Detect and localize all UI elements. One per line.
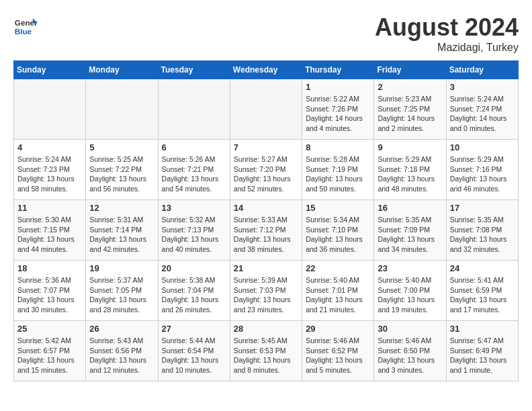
day-number: 23 bbox=[378, 263, 442, 273]
day-number: 1 bbox=[306, 82, 370, 92]
day-number: 24 bbox=[450, 263, 515, 273]
weekday-header-saturday: Saturday bbox=[446, 61, 518, 79]
calendar-cell: 10Sunrise: 5:29 AM Sunset: 7:16 PM Dayli… bbox=[446, 140, 518, 200]
day-info: Sunrise: 5:29 AM Sunset: 7:18 PM Dayligh… bbox=[378, 154, 442, 194]
page-header: General Blue August 2024 Mazidagi, Turke… bbox=[13, 13, 519, 54]
calendar-cell: 9Sunrise: 5:29 AM Sunset: 7:18 PM Daylig… bbox=[374, 140, 446, 200]
day-number: 14 bbox=[234, 203, 298, 213]
day-info: Sunrise: 5:43 AM Sunset: 6:56 PM Dayligh… bbox=[89, 336, 154, 375]
day-number: 30 bbox=[378, 324, 442, 334]
day-number: 3 bbox=[450, 82, 515, 92]
calendar-week-row: 18Sunrise: 5:36 AM Sunset: 7:07 PM Dayli… bbox=[14, 261, 519, 321]
day-number: 18 bbox=[17, 263, 82, 273]
calendar-cell: 1Sunrise: 5:22 AM Sunset: 7:26 PM Daylig… bbox=[302, 79, 374, 140]
calendar-cell: 27Sunrise: 5:44 AM Sunset: 6:54 PM Dayli… bbox=[158, 321, 230, 381]
calendar-cell: 17Sunrise: 5:35 AM Sunset: 7:08 PM Dayli… bbox=[446, 200, 518, 261]
day-info: Sunrise: 5:40 AM Sunset: 7:01 PM Dayligh… bbox=[306, 275, 370, 315]
day-number: 17 bbox=[450, 203, 515, 213]
day-info: Sunrise: 5:31 AM Sunset: 7:14 PM Dayligh… bbox=[89, 215, 154, 255]
calendar-cell bbox=[230, 79, 302, 140]
day-info: Sunrise: 5:24 AM Sunset: 7:23 PM Dayligh… bbox=[17, 154, 82, 194]
day-info: Sunrise: 5:45 AM Sunset: 6:53 PM Dayligh… bbox=[234, 336, 298, 375]
day-number: 31 bbox=[450, 324, 515, 334]
month-title: August 2024 bbox=[375, 13, 519, 42]
day-number: 4 bbox=[17, 142, 82, 152]
calendar-week-row: 4Sunrise: 5:24 AM Sunset: 7:23 PM Daylig… bbox=[14, 140, 519, 200]
calendar-cell: 4Sunrise: 5:24 AM Sunset: 7:23 PM Daylig… bbox=[14, 140, 86, 200]
day-info: Sunrise: 5:41 AM Sunset: 6:59 PM Dayligh… bbox=[450, 275, 515, 315]
calendar-cell: 5Sunrise: 5:25 AM Sunset: 7:22 PM Daylig… bbox=[86, 140, 158, 200]
day-info: Sunrise: 5:30 AM Sunset: 7:15 PM Dayligh… bbox=[17, 215, 82, 255]
calendar-cell: 23Sunrise: 5:40 AM Sunset: 7:00 PM Dayli… bbox=[374, 261, 446, 321]
calendar-cell: 8Sunrise: 5:28 AM Sunset: 7:19 PM Daylig… bbox=[302, 140, 374, 200]
calendar-cell: 31Sunrise: 5:47 AM Sunset: 6:49 PM Dayli… bbox=[446, 321, 518, 381]
calendar-cell: 3Sunrise: 5:24 AM Sunset: 7:24 PM Daylig… bbox=[446, 79, 518, 140]
calendar-week-row: 25Sunrise: 5:42 AM Sunset: 6:57 PM Dayli… bbox=[14, 321, 519, 381]
day-info: Sunrise: 5:47 AM Sunset: 6:49 PM Dayligh… bbox=[450, 336, 515, 375]
calendar-cell: 26Sunrise: 5:43 AM Sunset: 6:56 PM Dayli… bbox=[86, 321, 158, 381]
day-number: 19 bbox=[89, 263, 154, 273]
day-info: Sunrise: 5:33 AM Sunset: 7:12 PM Dayligh… bbox=[234, 215, 298, 255]
weekday-header-wednesday: Wednesday bbox=[230, 61, 302, 79]
calendar-week-row: 11Sunrise: 5:30 AM Sunset: 7:15 PM Dayli… bbox=[14, 200, 519, 261]
day-info: Sunrise: 5:35 AM Sunset: 7:08 PM Dayligh… bbox=[450, 215, 515, 255]
day-number: 22 bbox=[306, 263, 370, 273]
calendar-cell: 29Sunrise: 5:46 AM Sunset: 6:52 PM Dayli… bbox=[302, 321, 374, 381]
calendar-cell bbox=[86, 79, 158, 140]
weekday-header-monday: Monday bbox=[86, 61, 158, 79]
calendar-cell: 24Sunrise: 5:41 AM Sunset: 6:59 PM Dayli… bbox=[446, 261, 518, 321]
day-number: 13 bbox=[162, 203, 226, 213]
day-number: 12 bbox=[89, 203, 154, 213]
calendar-cell: 6Sunrise: 5:26 AM Sunset: 7:21 PM Daylig… bbox=[158, 140, 230, 200]
svg-text:Blue: Blue bbox=[15, 27, 32, 36]
day-info: Sunrise: 5:40 AM Sunset: 7:00 PM Dayligh… bbox=[378, 275, 442, 315]
day-number: 29 bbox=[306, 324, 370, 334]
calendar-cell: 30Sunrise: 5:46 AM Sunset: 6:50 PM Dayli… bbox=[374, 321, 446, 381]
day-info: Sunrise: 5:42 AM Sunset: 6:57 PM Dayligh… bbox=[17, 336, 82, 375]
day-info: Sunrise: 5:35 AM Sunset: 7:09 PM Dayligh… bbox=[378, 215, 442, 255]
day-info: Sunrise: 5:24 AM Sunset: 7:24 PM Dayligh… bbox=[450, 94, 515, 134]
day-number: 5 bbox=[89, 142, 154, 152]
day-info: Sunrise: 5:46 AM Sunset: 6:52 PM Dayligh… bbox=[306, 336, 370, 375]
calendar-cell: 15Sunrise: 5:34 AM Sunset: 7:10 PM Dayli… bbox=[302, 200, 374, 261]
day-number: 21 bbox=[234, 263, 298, 273]
calendar-cell: 7Sunrise: 5:27 AM Sunset: 7:20 PM Daylig… bbox=[230, 140, 302, 200]
day-info: Sunrise: 5:34 AM Sunset: 7:10 PM Dayligh… bbox=[306, 215, 370, 255]
calendar-cell: 18Sunrise: 5:36 AM Sunset: 7:07 PM Dayli… bbox=[14, 261, 86, 321]
calendar-cell: 25Sunrise: 5:42 AM Sunset: 6:57 PM Dayli… bbox=[14, 321, 86, 381]
calendar-cell bbox=[158, 79, 230, 140]
weekday-header-tuesday: Tuesday bbox=[158, 61, 230, 79]
title-block: August 2024 Mazidagi, Turkey bbox=[375, 13, 519, 54]
logo: General Blue bbox=[13, 13, 38, 38]
day-number: 25 bbox=[17, 324, 82, 334]
calendar-table: SundayMondayTuesdayWednesdayThursdayFrid… bbox=[13, 60, 519, 381]
calendar-cell: 20Sunrise: 5:38 AM Sunset: 7:04 PM Dayli… bbox=[158, 261, 230, 321]
day-number: 7 bbox=[234, 142, 298, 152]
day-info: Sunrise: 5:29 AM Sunset: 7:16 PM Dayligh… bbox=[450, 154, 515, 194]
day-info: Sunrise: 5:37 AM Sunset: 7:05 PM Dayligh… bbox=[89, 275, 154, 315]
day-number: 27 bbox=[162, 324, 226, 334]
day-number: 6 bbox=[162, 142, 226, 152]
day-info: Sunrise: 5:25 AM Sunset: 7:22 PM Dayligh… bbox=[89, 154, 154, 194]
calendar-cell: 14Sunrise: 5:33 AM Sunset: 7:12 PM Dayli… bbox=[230, 200, 302, 261]
calendar-cell: 19Sunrise: 5:37 AM Sunset: 7:05 PM Dayli… bbox=[86, 261, 158, 321]
day-number: 10 bbox=[450, 142, 515, 152]
day-info: Sunrise: 5:27 AM Sunset: 7:20 PM Dayligh… bbox=[234, 154, 298, 194]
calendar-cell: 16Sunrise: 5:35 AM Sunset: 7:09 PM Dayli… bbox=[374, 200, 446, 261]
calendar-cell: 12Sunrise: 5:31 AM Sunset: 7:14 PM Dayli… bbox=[86, 200, 158, 261]
day-number: 9 bbox=[378, 142, 442, 152]
day-info: Sunrise: 5:22 AM Sunset: 7:26 PM Dayligh… bbox=[306, 94, 370, 134]
calendar-cell: 22Sunrise: 5:40 AM Sunset: 7:01 PM Dayli… bbox=[302, 261, 374, 321]
day-info: Sunrise: 5:38 AM Sunset: 7:04 PM Dayligh… bbox=[162, 275, 226, 315]
calendar-week-row: 1Sunrise: 5:22 AM Sunset: 7:26 PM Daylig… bbox=[14, 79, 519, 140]
weekday-header-row: SundayMondayTuesdayWednesdayThursdayFrid… bbox=[14, 61, 519, 79]
logo-icon: General Blue bbox=[13, 13, 38, 38]
day-info: Sunrise: 5:32 AM Sunset: 7:13 PM Dayligh… bbox=[162, 215, 226, 255]
calendar-cell: 11Sunrise: 5:30 AM Sunset: 7:15 PM Dayli… bbox=[14, 200, 86, 261]
day-number: 2 bbox=[378, 82, 442, 92]
weekday-header-sunday: Sunday bbox=[14, 61, 86, 79]
calendar-cell bbox=[14, 79, 86, 140]
day-info: Sunrise: 5:36 AM Sunset: 7:07 PM Dayligh… bbox=[17, 275, 82, 315]
day-number: 15 bbox=[306, 203, 370, 213]
day-info: Sunrise: 5:26 AM Sunset: 7:21 PM Dayligh… bbox=[162, 154, 226, 194]
